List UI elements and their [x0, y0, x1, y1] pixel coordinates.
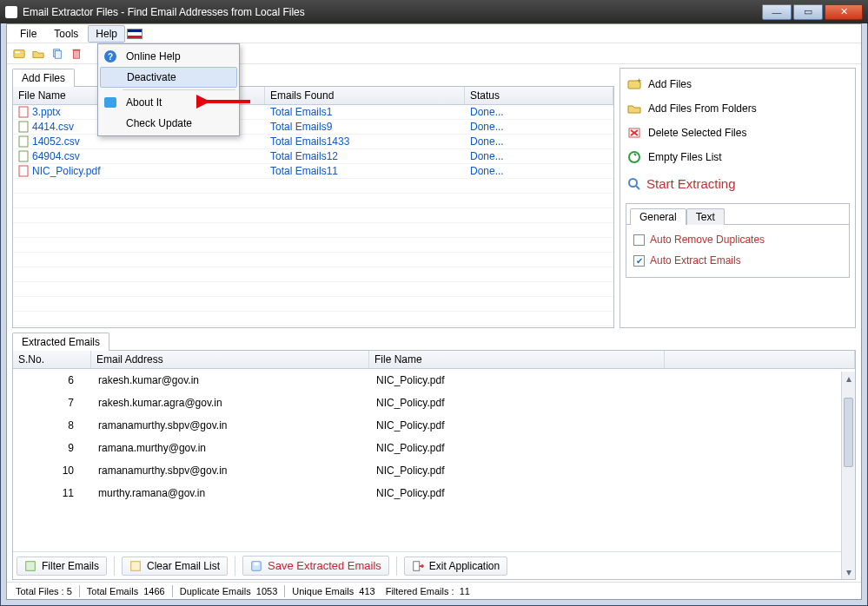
- button-save-extracted-emails[interactable]: Save Extracted Emails: [242, 556, 389, 576]
- menu-help[interactable]: Help: [88, 25, 125, 43]
- bottom-actions-bar: Filter Emails Clear Email List Save Extr…: [13, 551, 855, 579]
- folder-icon: [627, 102, 641, 115]
- help-about[interactable]: About It: [98, 92, 239, 113]
- action-delete-selected-label: Delete Selected Files: [648, 127, 746, 139]
- menu-tools[interactable]: Tools: [46, 25, 86, 43]
- help-deactivate-label: Deactivate: [127, 71, 176, 83]
- menu-bar: File Tools Help: [7, 24, 861, 43]
- checkbox-auto-remove-duplicates[interactable]: Auto Remove Duplicates: [633, 234, 842, 246]
- menu-file[interactable]: File: [12, 25, 44, 43]
- auto-remove-label: Auto Remove Duplicates: [650, 234, 765, 246]
- svg-rect-4: [74, 49, 80, 58]
- extracted-row[interactable]: 6rakesh.kumar@gov.inNIC_Policy.pdf: [13, 369, 855, 392]
- extracted-row[interactable]: 7rakesh.kumar.agra@gov.inNIC_Policy.pdf: [13, 392, 855, 414]
- extracted-row[interactable]: 9ramana.murthy@gov.inNIC_Policy.pdf: [13, 437, 855, 459]
- svg-line-19: [636, 186, 639, 189]
- exit-application-label: Exit Application: [429, 560, 500, 572]
- tab-extracted-emails[interactable]: Extracted Emails: [12, 333, 109, 351]
- extracted-row[interactable]: 11murthy.ramana@gov.inNIC_Policy.pdf: [13, 482, 855, 504]
- actions-panel: + Add Files Add Files From Folders Delet…: [620, 68, 856, 328]
- search-icon: [627, 177, 641, 191]
- options-box: General Text Auto Remove Duplicates ✔ Au…: [626, 203, 850, 278]
- toolbar-add-folder-icon[interactable]: [30, 45, 47, 63]
- filter-emails-label: Filter Emails: [42, 560, 99, 572]
- help-online-help[interactable]: ? Online Help: [98, 46, 239, 67]
- svg-rect-10: [19, 151, 28, 161]
- col-email-address[interactable]: Email Address: [91, 351, 369, 368]
- file-row-empty: [13, 297, 613, 312]
- filter-icon: [24, 560, 36, 572]
- action-start-extracting[interactable]: Start Extracting: [626, 171, 850, 196]
- checkbox-icon: [633, 234, 645, 246]
- file-row[interactable]: 14052.csvTotal Emails1433Done...: [13, 135, 613, 149]
- tab-text[interactable]: Text: [686, 208, 725, 225]
- files-grid-body: 3.pptxTotal Emails1Done...4414.csvTotal …: [13, 105, 613, 327]
- help-icon: ?: [104, 50, 116, 63]
- help-deactivate[interactable]: Deactivate: [100, 67, 237, 88]
- recycle-icon: [627, 150, 641, 164]
- vertical-scrollbar[interactable]: ▴ ▾: [841, 372, 855, 579]
- file-row[interactable]: 64904.csvTotal Emails12Done...: [13, 149, 613, 164]
- minimize-button[interactable]: —: [762, 4, 792, 20]
- status-duplicate-emails: Duplicate Emails 1053: [176, 586, 282, 596]
- file-row-empty: [13, 267, 613, 282]
- maximize-button[interactable]: ▭: [793, 4, 823, 20]
- svg-rect-5: [73, 49, 81, 50]
- col-status[interactable]: Status: [465, 87, 613, 104]
- file-row-empty: [13, 253, 613, 267]
- svg-rect-24: [414, 561, 420, 570]
- action-empty-list[interactable]: Empty Files List: [626, 147, 850, 168]
- col-extracted-file-name[interactable]: File Name: [369, 351, 665, 368]
- tab-general[interactable]: General: [630, 208, 686, 225]
- col-blank: [665, 351, 855, 368]
- toolbar-add-file-icon[interactable]: [10, 45, 28, 63]
- file-row-empty: [13, 223, 613, 238]
- svg-rect-0: [14, 49, 24, 57]
- exit-icon: [412, 560, 424, 572]
- tab-add-files[interactable]: Add Files: [12, 69, 75, 87]
- file-row-empty: [13, 312, 613, 326]
- menu-separator: [123, 89, 235, 90]
- action-add-files-label: Add Files: [648, 78, 692, 90]
- extracted-row[interactable]: 8ramanamurthy.sbpv@gov.inNIC_Policy.pdf: [13, 414, 855, 437]
- svg-text:+: +: [637, 77, 641, 85]
- file-row-empty: [13, 238, 613, 253]
- separator: [396, 557, 397, 576]
- file-row[interactable]: NIC_Policy.pdfTotal Emails11Done...: [13, 164, 613, 179]
- button-exit-application[interactable]: Exit Application: [404, 557, 507, 576]
- clear-email-list-label: Clear Email List: [147, 560, 220, 572]
- scroll-down-icon[interactable]: ▾: [842, 565, 855, 579]
- extracted-grid-body: 6rakesh.kumar@gov.inNIC_Policy.pdf7rakes…: [13, 369, 855, 551]
- title-bar: Email Extractor Files - Find Email Addre…: [0, 0, 868, 23]
- toolbar-copy-icon[interactable]: [49, 45, 66, 63]
- scroll-thumb[interactable]: [844, 398, 853, 467]
- language-flag-icon[interactable]: [127, 29, 142, 39]
- action-delete-selected[interactable]: Delete Selected Files: [626, 122, 850, 143]
- scroll-up-icon[interactable]: ▴: [842, 372, 855, 385]
- auto-extract-label: Auto Extract Emails: [650, 254, 741, 267]
- extracted-emails-panel: Extracted Emails S.No. Email Address Fil…: [12, 332, 856, 580]
- col-emails-found[interactable]: Emails Found: [265, 87, 465, 104]
- toolbar-delete-icon[interactable]: [68, 45, 85, 63]
- col-sno[interactable]: S.No.: [13, 351, 91, 368]
- svg-point-17: [629, 152, 639, 162]
- checkbox-auto-extract-emails[interactable]: ✔ Auto Extract Emails: [633, 254, 842, 267]
- action-add-files[interactable]: + Add Files: [626, 74, 850, 95]
- file-row-empty: [13, 208, 613, 223]
- button-filter-emails[interactable]: Filter Emails: [17, 557, 107, 576]
- extracted-row[interactable]: 10ramanamurthy.sbpv@gov.inNIC_Policy.pdf: [13, 459, 855, 482]
- svg-point-18: [629, 179, 637, 187]
- help-dropdown: ? Online Help Deactivate About It Check …: [97, 43, 240, 136]
- help-check-update[interactable]: Check Update: [98, 113, 239, 134]
- button-clear-email-list[interactable]: Clear Email List: [122, 557, 228, 576]
- action-add-folders[interactable]: Add Files From Folders: [626, 98, 850, 119]
- status-unique-emails: Unique Emails 413: [288, 586, 378, 596]
- app-icon: [5, 6, 17, 18]
- status-total-emails: Total Emails 1466: [83, 586, 169, 596]
- file-row-empty: [13, 282, 613, 297]
- mail-icon: [104, 97, 116, 108]
- svg-rect-3: [55, 50, 61, 58]
- help-online-help-label: Online Help: [126, 50, 181, 63]
- close-button[interactable]: ✕: [825, 4, 863, 20]
- save-extracted-label: Save Extracted Emails: [268, 559, 381, 572]
